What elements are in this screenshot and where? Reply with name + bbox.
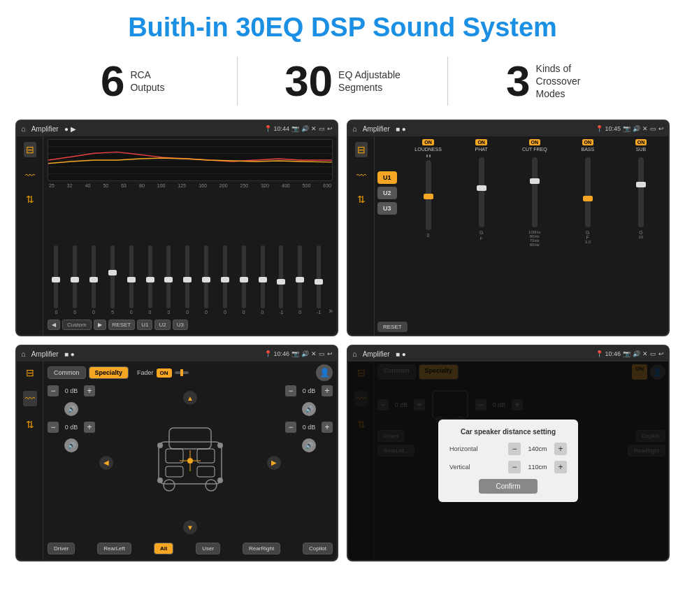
eq-slider-thumb-12[interactable] (259, 277, 267, 282)
dialog-vertical-minus[interactable]: − (508, 461, 521, 473)
fader-speaker-icon-4: 🔊 (302, 438, 316, 452)
eq-slider-thumb-9[interactable] (202, 277, 210, 282)
eq-slider-track-9[interactable] (204, 245, 208, 308)
fader-plus-2[interactable]: + (84, 422, 95, 433)
eq-slider-thumb-6[interactable] (146, 277, 154, 282)
eq-slider-track-12[interactable] (261, 245, 265, 308)
channel-label-phat: PHAT (475, 147, 488, 152)
crossover-preset-u2[interactable]: U2 (377, 187, 397, 199)
eq-slider-thumb-13[interactable] (277, 279, 285, 285)
fader-driver-btn[interactable]: Driver (48, 543, 75, 554)
crossover-preset-u3[interactable]: U3 (377, 202, 397, 215)
fader-minus-2[interactable]: − (48, 422, 59, 433)
fader-sidebar-arrows-icon[interactable]: ⇅ (26, 419, 34, 430)
fader-rearleft2-btn[interactable]: RearRight (243, 543, 280, 554)
eq-u3-btn[interactable]: U3 (173, 320, 188, 330)
fader-plus-4[interactable]: + (322, 422, 333, 433)
loudness-track[interactable] (426, 160, 431, 230)
fader-sidebar-wave-icon[interactable]: 〰 (23, 391, 37, 406)
nav-down-arrow[interactable]: ▼ (183, 520, 197, 534)
fader-sidebar-filter-icon[interactable]: ⊟ (26, 367, 34, 378)
eq-sidebar-arrows-icon[interactable]: ⇅ (26, 194, 34, 205)
fader-on-toggle[interactable]: ON (157, 368, 172, 378)
stat-crossover: 3 Kinds ofCrossover Modes (462, 59, 643, 103)
loudness-thumb[interactable] (424, 194, 433, 199)
eq-slider-track-7[interactable] (166, 245, 171, 308)
on-badge-loudness: ON (422, 139, 434, 145)
dialog-vertical-plus[interactable]: + (554, 461, 567, 473)
eq-slider-thumb-14[interactable] (296, 277, 304, 282)
eq-slider-track-1[interactable] (54, 245, 58, 308)
eq-slider-track-10[interactable] (223, 245, 227, 308)
freq-400: 400 (282, 183, 290, 188)
eq-slider-thumb-8[interactable] (183, 277, 192, 282)
eq-prev-btn[interactable]: ◀ (48, 320, 60, 330)
sub-thumb[interactable] (636, 182, 646, 187)
nav-left-arrow[interactable]: ◀ (99, 456, 113, 470)
eq-slider-track-15[interactable] (317, 245, 321, 308)
fader-user-btn[interactable]: User (196, 543, 220, 554)
eq-slider-track-3[interactable] (92, 245, 96, 308)
phat-track[interactable] (479, 157, 484, 227)
eq-play-btn[interactable]: ▶ (94, 320, 106, 330)
eq-slider-track-8[interactable] (185, 245, 189, 308)
eq-u2-btn[interactable]: U2 (154, 320, 170, 330)
phat-thumb[interactable] (477, 185, 486, 191)
fader-minus-4[interactable]: − (285, 422, 296, 433)
dialog-horizontal-plus[interactable]: + (554, 443, 567, 455)
eq-sidebar-wave-icon[interactable]: 〰 (25, 170, 35, 181)
eq-slider-thumb-3[interactable] (89, 277, 98, 282)
crossover-reset-btn[interactable]: RESET (377, 322, 408, 332)
fader-tab-specialty[interactable]: Specialty (89, 366, 129, 379)
crossover-sidebar-wave-icon[interactable]: 〰 (356, 170, 366, 181)
fader-main: Common Specialty Fader ON 👤 − 0 dB (43, 361, 337, 560)
eq-slider-track-2[interactable] (73, 245, 77, 308)
eq-slider-thumb-7[interactable] (164, 277, 173, 282)
nav-right-arrow[interactable]: ▶ (267, 456, 281, 470)
eq-slider-thumb-15[interactable] (315, 279, 323, 285)
eq-slider-track-6[interactable] (148, 245, 152, 308)
eq-slider-thumb-2[interactable] (71, 277, 79, 282)
eq-slider-track-14[interactable] (298, 245, 302, 308)
crossover-sidebar-filter-icon[interactable]: ⊟ (355, 142, 368, 157)
fader-copilot-btn[interactable]: Copilot (303, 543, 333, 554)
crossover-preset-u1[interactable]: U1 (377, 171, 397, 184)
eq-slider-track-13[interactable] (279, 245, 283, 308)
crossover-sidebar-arrows-icon[interactable]: ⇅ (357, 194, 366, 205)
eq-reset-btn[interactable]: RESET (108, 320, 136, 330)
confirm-button[interactable]: Confirm (479, 479, 537, 494)
eq-slider-thumb-10[interactable] (221, 277, 229, 282)
svg-rect-8 (169, 428, 211, 449)
eq-slider-thumb-5[interactable] (127, 277, 136, 282)
fader-home-icon: ⌂ (21, 350, 26, 358)
eq-slider-thumb-1[interactable] (52, 277, 60, 282)
fader-plus-1[interactable]: + (84, 385, 95, 396)
eq-slider-track-4[interactable] (110, 245, 115, 308)
eq-slider-thumb-11[interactable] (240, 277, 248, 282)
fader-icon-window: ▭ (319, 350, 325, 357)
fader-plus-3[interactable]: + (322, 385, 333, 396)
bass-track[interactable] (585, 157, 591, 227)
cutfreq-track[interactable] (532, 157, 538, 227)
on-badge-cutfreq: ON (529, 139, 541, 145)
crossover-sidebar: ⊟ 〰 ⇅ (348, 136, 375, 335)
eq-sidebar-filter-icon[interactable]: ⊟ (24, 142, 36, 157)
dialog-horizontal-minus[interactable]: − (508, 443, 521, 455)
fader-all-btn[interactable]: All (154, 543, 173, 554)
sub-track[interactable] (638, 157, 644, 227)
bass-thumb[interactable] (583, 196, 593, 201)
eq-slider-track-11[interactable] (242, 245, 246, 308)
fader-minus-3[interactable]: − (285, 385, 296, 396)
eq-slider-track-5[interactable] (129, 245, 134, 308)
fader-tab-common[interactable]: Common (48, 366, 86, 379)
eq-slider-thumb-4[interactable] (108, 270, 117, 275)
crossover-icon-speaker: 🔊 (633, 125, 640, 132)
nav-up-arrow[interactable]: ▲ (183, 391, 197, 405)
fader-minus-1[interactable]: − (48, 385, 59, 396)
expand-icon[interactable]: » (329, 307, 333, 315)
fader-rearleft-btn[interactable]: RearLeft (97, 543, 131, 554)
fader-user-icon[interactable]: 👤 (316, 364, 333, 381)
crossover-status-title: Amplifier ■ ● (363, 125, 593, 133)
cutfreq-thumb[interactable] (530, 178, 540, 184)
eq-u1-btn[interactable]: U1 (137, 320, 152, 330)
